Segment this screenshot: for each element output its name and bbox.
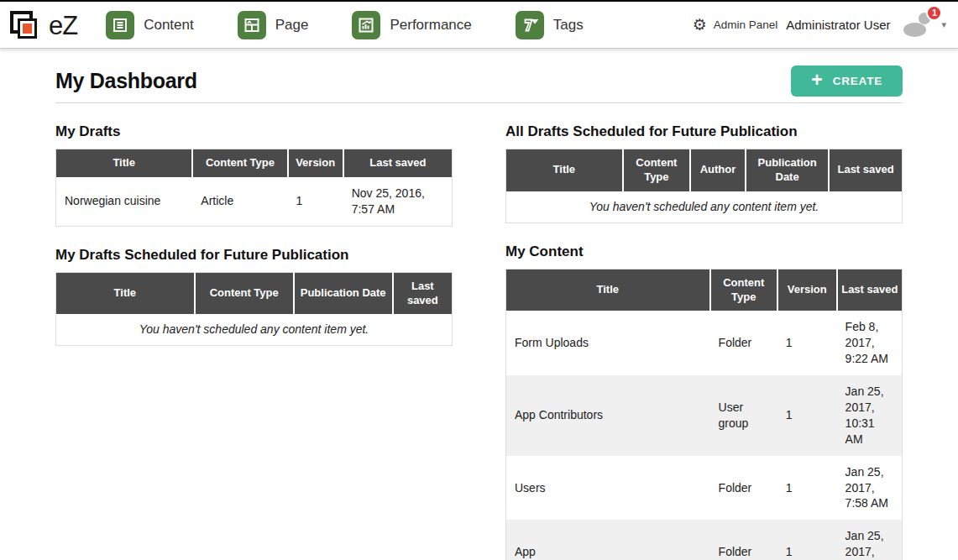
nav-item-label: Performance	[390, 17, 471, 34]
right-column: All Drafts Scheduled for Future Publicat…	[505, 103, 903, 560]
column-header: Author	[690, 149, 746, 191]
section-title: My Drafts Scheduled for Future Publicati…	[55, 247, 453, 264]
table-cell: Article	[192, 177, 287, 226]
table-cell: Jan 25, 2017, 7:58 AM	[837, 456, 903, 521]
notification-badge[interactable]: 1	[926, 5, 942, 21]
dashboard-content: My Dashboard + CREATE My Drafts TitleCon…	[0, 65, 958, 560]
admin-panel-button[interactable]: ⚙ Admin Panel	[693, 17, 778, 33]
section-title: My Content	[505, 243, 903, 260]
create-button[interactable]: + CREATE	[791, 65, 903, 97]
chevron-down-icon[interactable]: ▾	[941, 19, 946, 30]
table-cell: 1	[777, 311, 837, 375]
table-cell: App	[506, 520, 710, 560]
table-cell: 1	[777, 456, 837, 521]
table-cell: 1	[777, 520, 837, 560]
nav-item-performance[interactable]: Performance	[352, 11, 471, 39]
table-cell: Form Uploads	[506, 311, 710, 375]
ez-logo-icon	[8, 8, 44, 44]
table-cell: Nov 25, 2016, 7:57 AM	[343, 177, 453, 226]
table-cell: User group	[710, 375, 777, 456]
table-row[interactable]: UsersFolder1Jan 25, 2017, 7:58 AM	[506, 456, 903, 521]
nav-item-label: Page	[275, 17, 309, 34]
nav-item-content[interactable]: Content	[106, 11, 194, 39]
column-header: Title	[56, 149, 193, 177]
ez-logo-text: eZ	[49, 11, 77, 41]
table-cell: 1	[777, 375, 837, 456]
admin-panel-label: Admin Panel	[714, 18, 778, 31]
column-header: Content Type	[195, 272, 294, 314]
table-cell: Folder	[710, 520, 777, 560]
column-header: Version	[288, 149, 343, 177]
section-title: My Drafts	[55, 123, 453, 140]
table-cell: App Contributors	[506, 375, 710, 456]
column-header: Last saved	[837, 269, 903, 311]
section-title: All Drafts Scheduled for Future Publicat…	[505, 123, 903, 140]
user-name: Administrator User	[786, 18, 890, 32]
table-cell: Folder	[710, 311, 777, 375]
nav-item-label: Content	[144, 17, 194, 34]
left-column: My Drafts TitleContent TypeVersionLast s…	[55, 103, 453, 346]
column-header: Content Type	[623, 149, 690, 191]
column-header: Title	[506, 269, 710, 311]
column-header: Last saved	[343, 149, 453, 177]
create-button-label: CREATE	[833, 75, 882, 87]
empty-message: You haven't scheduled any content item y…	[506, 191, 903, 222]
table-header-row: TitleContent TypePublication DateLast sa…	[56, 272, 453, 314]
table-cell: 1	[288, 177, 343, 226]
table-row[interactable]: App ContributorsUser group1Jan 25, 2017,…	[506, 375, 903, 456]
page-layout-icon	[238, 11, 266, 39]
table-cell: Folder	[710, 456, 777, 521]
my-content-section: My Content TitleContent TypeVersionLast …	[505, 243, 903, 560]
table-cell: Norwegian cuisine	[56, 177, 193, 226]
plus-icon: +	[811, 71, 822, 90]
column-header: Publication Date	[294, 272, 393, 314]
table-row[interactable]: AppFolder1Jan 25, 2017, 7:55 AM	[506, 520, 903, 560]
table-cell: Users	[506, 456, 710, 521]
column-header: Title	[56, 272, 195, 314]
column-header: Title	[506, 149, 623, 191]
all-drafts-scheduled-table: TitleContent TypeAuthorPublication DateL…	[505, 149, 903, 223]
top-navigation-bar: eZ Content Pag	[0, 0, 958, 49]
nav-item-label: Tags	[553, 17, 584, 34]
column-header: Content Type	[710, 269, 777, 311]
empty-message: You haven't scheduled any content item y…	[56, 314, 453, 345]
main-navigation: Content Page	[106, 11, 627, 39]
my-drafts-scheduled-table: TitleContent TypePublication DateLast sa…	[55, 272, 453, 347]
empty-row: You haven't scheduled any content item y…	[506, 191, 903, 222]
table-cell: Feb 8, 2017, 9:22 AM	[837, 311, 903, 375]
table-header-row: TitleContent TypeVersionLast saved	[506, 269, 903, 311]
column-header: Last saved	[393, 272, 453, 314]
table-header-row: TitleContent TypeVersionLast saved	[56, 149, 453, 177]
my-content-table: TitleContent TypeVersionLast savedForm U…	[505, 269, 903, 560]
content-list-icon	[106, 11, 134, 39]
gear-icon: ⚙	[693, 17, 707, 33]
table-row[interactable]: Form UploadsFolder1Feb 8, 2017, 9:22 AM	[506, 311, 903, 375]
table-cell: Jan 25, 2017, 7:55 AM	[837, 520, 903, 560]
my-drafts-section: My Drafts TitleContent TypeVersionLast s…	[55, 123, 453, 227]
nav-item-page[interactable]: Page	[238, 11, 309, 39]
ez-logo[interactable]: eZ	[8, 8, 77, 44]
table-header-row: TitleContent TypeAuthorPublication DateL…	[506, 149, 903, 191]
page-header: My Dashboard + CREATE	[55, 65, 903, 103]
empty-row: You haven't scheduled any content item y…	[56, 314, 453, 345]
user-avatar-icon[interactable]: 1	[902, 12, 935, 39]
performance-chart-icon	[352, 11, 380, 39]
column-header: Last saved	[829, 149, 902, 191]
nav-item-tags[interactable]: Tags	[516, 11, 584, 39]
column-header: Publication Date	[746, 149, 829, 191]
my-drafts-table: TitleContent TypeVersionLast savedNorweg…	[55, 149, 453, 227]
dashboard-grid: My Drafts TitleContent TypeVersionLast s…	[55, 103, 903, 560]
user-menu[interactable]: Administrator User 1 ▾	[786, 12, 946, 39]
all-drafts-scheduled-section: All Drafts Scheduled for Future Publicat…	[505, 123, 903, 223]
table-cell: Jan 25, 2017, 10:31 AM	[837, 375, 903, 456]
column-header: Content Type	[192, 149, 287, 177]
tag-icon	[516, 11, 544, 39]
column-header: Version	[777, 269, 837, 311]
page-title: My Dashboard	[55, 69, 197, 93]
my-drafts-scheduled-section: My Drafts Scheduled for Future Publicati…	[55, 247, 453, 347]
table-row[interactable]: Norwegian cuisineArticle1Nov 25, 2016, 7…	[56, 177, 453, 226]
